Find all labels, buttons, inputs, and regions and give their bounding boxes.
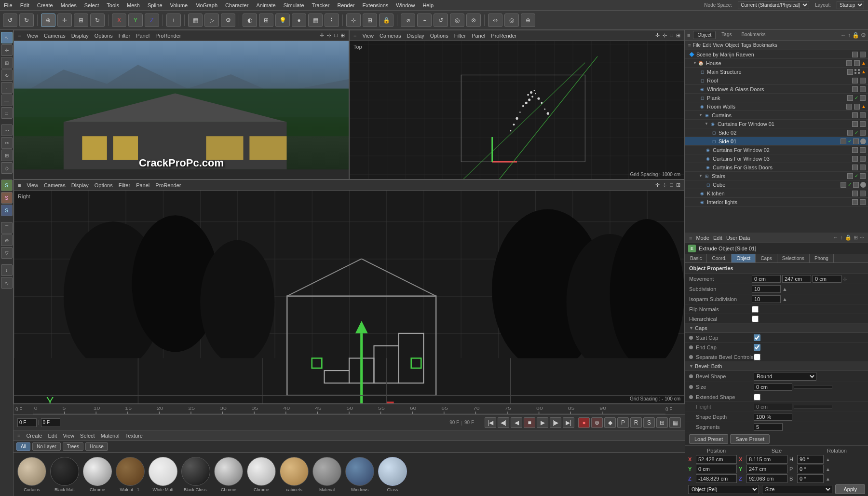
scene-item-windows-glass[interactable]: ◉ Windows & Glass Doors: [685, 85, 868, 94]
si-cube2[interactable]: [853, 182, 859, 188]
render-region-btn[interactable]: ▦: [188, 14, 203, 27]
si-plank2[interactable]: [860, 95, 866, 101]
height-input[interactable]: [754, 403, 792, 411]
scl-key-btn[interactable]: S: [643, 417, 655, 428]
scene-item-side01[interactable]: ◻ Side 01 ✓: [685, 137, 868, 146]
sb-obj-menu[interactable]: Object: [725, 42, 739, 48]
play-back-btn[interactable]: ◀: [511, 417, 522, 428]
menu-modes[interactable]: Modes: [61, 2, 77, 8]
prop-user-data[interactable]: User Data: [726, 235, 750, 241]
subdivision-step-up[interactable]: ▲: [782, 286, 787, 292]
sb-view-menu[interactable]: View: [713, 42, 723, 48]
light-btn[interactable]: 💡: [275, 14, 290, 27]
render-btn[interactable]: ▷: [204, 14, 219, 27]
auto-key-btn[interactable]: ⊚: [591, 417, 603, 428]
vptop-prorender[interactable]: ProRender: [491, 33, 516, 39]
menu-help[interactable]: Help: [422, 2, 434, 8]
si-s01-2[interactable]: [853, 138, 859, 144]
vptop-icon1[interactable]: ✛: [655, 32, 660, 39]
tool-points[interactable]: ·: [1, 82, 13, 94]
vp3d-cameras[interactable]: Cameras: [44, 33, 66, 39]
tool-knife[interactable]: ✂: [1, 137, 13, 149]
symmetry-btn[interactable]: ⇔: [488, 14, 502, 27]
pos-z-input[interactable]: [696, 474, 737, 483]
tool-bevel[interactable]: ◇: [1, 162, 13, 174]
tool-s1[interactable]: S: [1, 179, 13, 191]
weld-btn[interactable]: ◎: [450, 14, 464, 27]
vpright-panel[interactable]: Panel: [136, 182, 149, 188]
vp3d-menu-icon[interactable]: ≡: [18, 33, 21, 39]
si-kit2[interactable]: [860, 191, 866, 196]
rotate-btn[interactable]: ↻: [90, 14, 105, 27]
menu-tools[interactable]: Tools: [107, 2, 119, 8]
move-btn[interactable]: ✛: [57, 14, 72, 27]
filter-trees[interactable]: Trees: [63, 442, 83, 451]
si-rw2[interactable]: [854, 104, 860, 110]
si-s02-2[interactable]: [860, 130, 866, 136]
bevel-section-header[interactable]: ▼ Bevel: Both: [685, 362, 868, 371]
vptop-icon3[interactable]: □: [670, 32, 673, 39]
deform-btn[interactable]: ⌇: [325, 14, 339, 27]
si-cf2[interactable]: [860, 112, 866, 118]
movement-x[interactable]: [752, 275, 781, 283]
tool-polygons[interactable]: □: [1, 107, 13, 119]
scene-item-stairs[interactable]: ▼ ⊞ Stairs ✓: [685, 172, 868, 180]
caps-section-header[interactable]: ▼ Caps: [685, 324, 868, 333]
stop-btn[interactable]: ■: [524, 417, 535, 428]
prop-edit[interactable]: Edit: [713, 235, 722, 241]
tool-move[interactable]: ✛: [1, 44, 13, 56]
prop-tab-coord[interactable]: Coord.: [707, 254, 732, 262]
tool-scale[interactable]: ⊞: [1, 57, 13, 69]
texture-btn[interactable]: ▦: [308, 14, 323, 27]
movement-z[interactable]: [813, 275, 841, 283]
prop-back-btn[interactable]: ←: [833, 234, 839, 241]
select-tool-btn[interactable]: ⊕: [41, 14, 55, 27]
key-btn[interactable]: ◆: [604, 417, 616, 428]
pos-key-btn[interactable]: P: [617, 417, 629, 428]
scene-item-curtain-glass[interactable]: ◉ Curtains For Glass Doors: [685, 163, 868, 172]
menu-animate[interactable]: Animate: [256, 2, 275, 8]
grid-btn[interactable]: ⊞: [363, 14, 377, 27]
axis-x-btn[interactable]: X: [112, 14, 126, 27]
segments-input[interactable]: [754, 423, 783, 431]
si-rw1[interactable]: [846, 104, 852, 110]
knife-btn[interactable]: ⌀: [401, 14, 415, 27]
menu-render[interactable]: Render: [337, 2, 354, 8]
vpright-options[interactable]: Options: [95, 182, 113, 188]
scene-item-curtain-win03[interactable]: ◉ Curtains For Window 03: [685, 154, 868, 163]
size-input[interactable]: [754, 383, 792, 391]
prop-up-btn[interactable]: ↑: [841, 234, 843, 241]
layout-select[interactable]: Startup: [837, 1, 864, 9]
p-step[interactable]: ▲: [826, 467, 830, 472]
si-roof2[interactable]: [860, 78, 866, 83]
vptop-menu-icon[interactable]: ≡: [353, 33, 356, 39]
wireframe-btn[interactable]: ⊞: [259, 14, 273, 27]
sb-edit-menu[interactable]: Edit: [703, 42, 711, 48]
mat-texture[interactable]: Texture: [125, 433, 143, 439]
vp3d-display[interactable]: Display: [71, 33, 89, 39]
play-to-end-btn[interactable]: ▶|: [563, 417, 574, 428]
frame-current-input[interactable]: [17, 418, 37, 427]
mat-view[interactable]: View: [63, 433, 74, 439]
vptop-view[interactable]: View: [362, 33, 374, 39]
si-s01-1[interactable]: [841, 138, 846, 144]
vptop-display[interactable]: Display: [407, 33, 424, 39]
tool-rotate[interactable]: ↻: [1, 69, 13, 81]
rpanel-btn3[interactable]: 🔒: [852, 32, 859, 39]
load-preset-btn[interactable]: Load Preset: [689, 434, 728, 444]
scale-btn[interactable]: ⊞: [74, 14, 88, 27]
rpanel-btn2[interactable]: ↑: [848, 32, 851, 39]
dissolve-btn[interactable]: ⊗: [466, 14, 481, 27]
scene-item-plank[interactable]: ◻ Plank ✓: [685, 94, 868, 102]
loop-btn[interactable]: ↺: [434, 14, 448, 27]
si-win2[interactable]: [860, 86, 866, 92]
vpright-icon3[interactable]: □: [670, 182, 673, 188]
vpright-filter[interactable]: Filter: [119, 182, 130, 188]
lock-btn[interactable]: 🔒: [379, 14, 393, 27]
pos-y-input[interactable]: [696, 465, 737, 473]
tool-bend[interactable]: ⌒: [1, 222, 13, 234]
mat-menu-icon[interactable]: ≡: [17, 433, 20, 439]
tool-extrude[interactable]: ⊞: [1, 150, 13, 161]
scene-item-house[interactable]: ▼ 🏠 House ▲: [685, 59, 868, 68]
scene-item-kitchen[interactable]: ◉ Kitchen: [685, 189, 868, 198]
